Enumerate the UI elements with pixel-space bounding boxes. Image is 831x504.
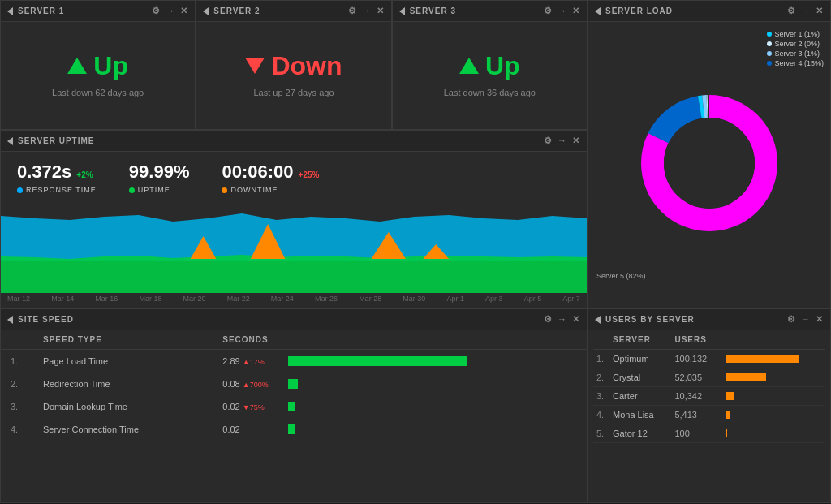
speed-seconds: 2.89 ▲17% bbox=[213, 350, 278, 373]
server1-status-text: Up bbox=[67, 51, 128, 81]
user-bar-container bbox=[726, 411, 822, 419]
server2-gear-icon[interactable]: ⚙ bbox=[348, 6, 357, 16]
user-bar bbox=[726, 373, 766, 381]
legend-server2-dot bbox=[767, 41, 772, 46]
server1-up-arrow bbox=[67, 58, 87, 74]
server1-arrow-icon[interactable]: → bbox=[166, 6, 175, 16]
server2-header: SERVER 2 ⚙ → ✕ bbox=[196, 1, 390, 22]
donut-legend: Server 1 (1%) Server 2 (0%) Server 3 (1%… bbox=[767, 30, 824, 67]
svg-marker-6 bbox=[1, 213, 587, 261]
legend-server2: Server 2 (0%) bbox=[767, 40, 824, 48]
server3-collapse-icon[interactable] bbox=[399, 7, 405, 15]
dashboard: SERVER 1 ⚙ → ✕ Up Last down 62 days ago … bbox=[0, 0, 831, 504]
site-speed-gear-icon[interactable]: ⚙ bbox=[544, 314, 553, 325]
server2-header-icons: ⚙ → ✕ bbox=[348, 6, 385, 16]
user-count: 100,132 bbox=[671, 350, 721, 368]
server-load-gear-icon[interactable]: ⚙ bbox=[787, 6, 796, 16]
user-bar-cell bbox=[722, 368, 825, 387]
uptime-value: 99.99% bbox=[129, 162, 190, 183]
server1-header-icons: ⚙ → ✕ bbox=[152, 6, 188, 16]
site-speed-collapse-icon[interactable] bbox=[7, 316, 13, 324]
server-uptime-panel: SERVER UPTIME ⚙ → ✕ 0.372s +2% RESPONSE … bbox=[0, 130, 588, 308]
users-gear-icon[interactable]: ⚙ bbox=[787, 314, 796, 325]
users-table-row: 2. Crystal 52,035 bbox=[593, 368, 825, 387]
speed-bar-cell bbox=[278, 373, 587, 395]
speed-name: Redirection Time bbox=[33, 373, 213, 395]
user-bar-container bbox=[726, 373, 822, 381]
downtime-value: 00:06:00 +25% bbox=[222, 162, 319, 183]
site-speed-header: SITE SPEED ⚙ → ✕ bbox=[1, 309, 587, 330]
downtime-label: DOWNTIME bbox=[222, 186, 319, 194]
user-name: Gator 12 bbox=[609, 424, 671, 443]
server-load-collapse-icon[interactable] bbox=[595, 7, 601, 15]
user-bar bbox=[726, 392, 734, 400]
response-time-dot bbox=[17, 187, 23, 193]
legend-server3: Server 3 (1%) bbox=[767, 50, 824, 58]
user-bar-container bbox=[726, 392, 822, 400]
speed-bar bbox=[288, 379, 298, 389]
uptime-collapse-icon[interactable] bbox=[7, 137, 13, 145]
server5-label: Server 5 (82%) bbox=[596, 272, 646, 280]
users-header-icons: ⚙ → ✕ bbox=[787, 314, 824, 325]
speed-seconds: 0.08 ▲700% bbox=[213, 373, 278, 395]
user-name: Carter bbox=[609, 387, 671, 406]
server2-down-arrow bbox=[245, 58, 265, 74]
downtime-dot bbox=[222, 187, 227, 193]
server3-title: SERVER 3 bbox=[410, 6, 456, 15]
user-rank: 1. bbox=[593, 350, 609, 368]
users-arrow-icon[interactable]: → bbox=[801, 314, 811, 325]
server2-close-icon[interactable]: ✕ bbox=[377, 6, 385, 16]
speed-bar bbox=[288, 424, 295, 434]
server3-arrow-icon[interactable]: → bbox=[558, 6, 567, 16]
users-col-bar bbox=[722, 330, 825, 350]
server3-gear-icon[interactable]: ⚙ bbox=[544, 6, 553, 16]
site-speed-arrow-icon[interactable]: → bbox=[558, 314, 567, 325]
users-close-icon[interactable]: ✕ bbox=[816, 314, 824, 325]
user-count: 5,413 bbox=[671, 406, 721, 424]
uptime-close-icon[interactable]: ✕ bbox=[572, 136, 580, 146]
speed-table-row: 4. Server Connection Time 0.02 bbox=[1, 418, 587, 441]
speed-bar-container bbox=[288, 424, 577, 434]
server3-sub-text: Last down 36 days ago bbox=[444, 88, 536, 97]
users-table-row: 5. Gator 12 100 bbox=[593, 424, 825, 443]
metric-downtime: 00:06:00 +25% DOWNTIME bbox=[222, 162, 319, 194]
metric-uptime: 99.99% UPTIME bbox=[129, 162, 190, 194]
users-by-server-panel: USERS BY SERVER ⚙ → ✕ SERVER USERS bbox=[588, 308, 831, 503]
site-speed-close-icon[interactable]: ✕ bbox=[572, 314, 580, 325]
users-collapse-icon[interactable] bbox=[595, 316, 601, 324]
server1-close-icon[interactable]: ✕ bbox=[180, 6, 188, 16]
user-bar-cell bbox=[722, 406, 825, 424]
users-table-row: 4. Mona Lisa 5,413 bbox=[593, 406, 825, 424]
server2-collapse-icon[interactable] bbox=[203, 7, 209, 15]
uptime-gear-icon[interactable]: ⚙ bbox=[544, 136, 553, 146]
server1-gear-icon[interactable]: ⚙ bbox=[152, 6, 161, 16]
speed-seconds: 0.02 ▼75% bbox=[213, 395, 278, 418]
speed-col-seconds: SECONDS bbox=[213, 330, 278, 350]
server1-header: SERVER 1 ⚙ → ✕ bbox=[1, 1, 195, 22]
user-bar bbox=[726, 355, 799, 363]
users-table-row: 3. Carter 10,342 bbox=[593, 387, 825, 406]
server2-status-text: Down bbox=[245, 51, 342, 81]
server3-status: Up Last down 36 days ago bbox=[393, 22, 587, 126]
server-load-close-icon[interactable]: ✕ bbox=[816, 6, 824, 16]
server2-arrow-icon[interactable]: → bbox=[362, 6, 372, 16]
user-count: 100 bbox=[671, 424, 721, 443]
user-count: 52,035 bbox=[671, 368, 721, 387]
server3-panel: SERVER 3 ⚙ → ✕ Up Last down 36 days ago bbox=[392, 0, 588, 130]
server-uptime-header: SERVER UPTIME ⚙ → ✕ bbox=[1, 131, 587, 152]
server1-collapse-icon[interactable] bbox=[7, 7, 13, 15]
speed-change: ▲700% bbox=[243, 381, 269, 389]
server2-panel: SERVER 2 ⚙ → ✕ Down Last up 27 days ago bbox=[196, 0, 391, 130]
users-title: USERS BY SERVER bbox=[605, 315, 695, 324]
speed-bar bbox=[288, 402, 295, 411]
users-table-row: 1. Optimum 100,132 bbox=[593, 350, 825, 368]
users-col-server: SERVER bbox=[609, 330, 671, 350]
user-bar-container bbox=[726, 429, 822, 437]
server-load-arrow-icon[interactable]: → bbox=[801, 6, 811, 16]
speed-bar bbox=[288, 356, 467, 366]
response-time-change: +2% bbox=[76, 170, 93, 179]
server3-close-icon[interactable]: ✕ bbox=[572, 6, 580, 16]
uptime-arrow-icon[interactable]: → bbox=[558, 136, 567, 146]
uptime-label: UPTIME bbox=[129, 186, 190, 194]
speed-seconds: 0.02 bbox=[213, 418, 278, 441]
